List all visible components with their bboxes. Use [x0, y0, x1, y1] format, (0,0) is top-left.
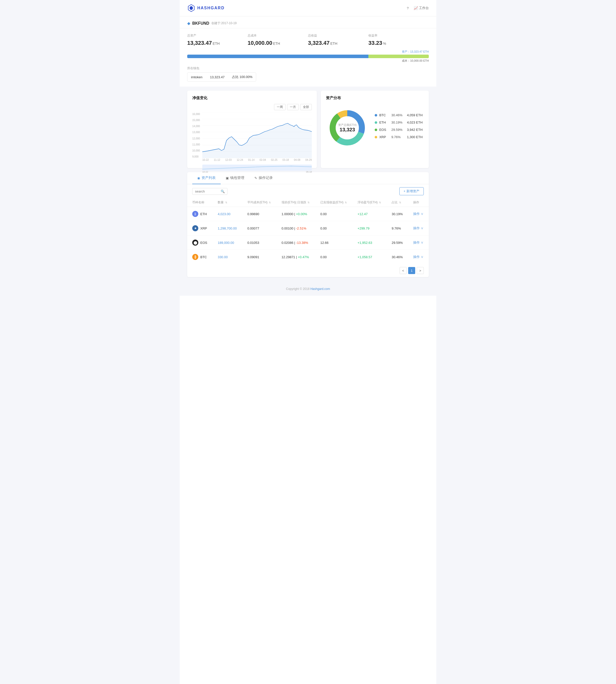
- legend-eth-xrp: 1,300 ETH: [407, 135, 422, 139]
- cell-share-3: 30.46%: [387, 250, 408, 264]
- help-button[interactable]: ?: [407, 6, 409, 10]
- week-button[interactable]: 一周: [274, 104, 286, 110]
- footer-text: Copyright © 2018: [286, 287, 310, 291]
- cell-coin-1: ✦ XRP: [187, 221, 213, 236]
- wallet-name: imtoken: [191, 75, 202, 79]
- prev-page-button[interactable]: <: [400, 267, 406, 274]
- col-share[interactable]: 占比 ⇅: [387, 198, 408, 207]
- coin-name-1: XRP: [200, 226, 207, 230]
- table-row: ✦ XRP 1,298,700.00 0.00077 0.00100 | -2.…: [187, 221, 429, 236]
- cost-progress-label[interactable]: 成本：10,000.00 ETH: [187, 59, 429, 63]
- fund-date: 创建于:2017-10-19: [212, 21, 237, 25]
- col-action: 操作: [408, 198, 429, 207]
- page-1-button[interactable]: 1: [408, 267, 415, 274]
- cell-float-3: +1,058.57: [353, 250, 387, 264]
- asset-dist-chart-card: 资产分布: [321, 91, 429, 168]
- col-coin-name: 币种名称: [187, 198, 213, 207]
- wallet-amount: 13,323.47: [210, 75, 225, 79]
- tab-operation-log-label: 操作记录: [259, 176, 273, 180]
- stat-total-assets-label: 总资产: [187, 34, 248, 38]
- col-float-profit[interactable]: 浮动盈亏(ETH) ⇅: [353, 198, 387, 207]
- table-tabs: ◉ 资产列表 ▣ 钱包管理 ✎ 操作记录: [187, 172, 429, 184]
- legend-dot-eos: [375, 129, 377, 131]
- cell-float-1: +299.79: [353, 221, 387, 236]
- coin-icon-xrp: ✦: [192, 225, 198, 231]
- action-button-3[interactable]: 操作 ∨: [413, 255, 424, 259]
- cell-realized-1: 0.00: [315, 221, 353, 236]
- search-input[interactable]: [195, 190, 219, 193]
- coin-name-0: ETH: [200, 212, 207, 216]
- col-realized[interactable]: 已实现收益(ETH) ⇅: [315, 198, 353, 207]
- tab-wallet-mgmt[interactable]: ▣ 钱包管理: [221, 172, 249, 184]
- cell-price-2: 0.02086 | -13.38%: [277, 236, 315, 250]
- legend-name-xrp: XRP: [379, 135, 389, 139]
- cell-share-1: 9.76%: [387, 221, 408, 236]
- float-profit-3: +1,058.57: [357, 255, 372, 259]
- legend-pct-eos: 29.59%: [391, 128, 405, 132]
- cell-avg-cost-2: 0.01053: [242, 236, 277, 250]
- wallet-section: 所在钱包 imtoken 13,323.47 占比 100.00%: [180, 63, 436, 87]
- cell-share-2: 29.59%: [387, 236, 408, 250]
- cell-qty-2: 189,000.00: [213, 236, 242, 250]
- qty-value-3[interactable]: 330.00: [218, 255, 228, 259]
- table-card: ◉ 资产列表 ▣ 钱包管理 ✎ 操作记录 🔍 + 新增资产: [187, 172, 429, 277]
- qty-value-1[interactable]: 1,298,700.00: [218, 226, 237, 230]
- action-button-1[interactable]: 操作 ∨: [413, 226, 424, 230]
- action-button-0[interactable]: 操作 ∨: [413, 212, 424, 216]
- stat-total-profit: 总收益 3,323.47ETH: [308, 34, 368, 46]
- add-asset-button[interactable]: + 新增资产: [399, 187, 424, 195]
- change-2: -13.38%: [296, 241, 308, 245]
- float-profit-1: +299.79: [357, 226, 369, 230]
- action-button-2[interactable]: 操作 ∨: [413, 240, 424, 245]
- col-price-change[interactable]: 现价(ETH)| 日涨跌 ⇅: [277, 198, 315, 207]
- progress-bar-green: [368, 54, 429, 58]
- footer-link[interactable]: Hashgard.com: [310, 287, 330, 291]
- chart-icon: 📈: [414, 6, 418, 10]
- legend-dot-xrp: [375, 136, 377, 138]
- progress-bar-blue: [187, 54, 368, 58]
- tab-asset-list[interactable]: ◉ 资产列表: [192, 172, 221, 184]
- wallet-percent: 占比 100.00%: [232, 75, 252, 79]
- logo-icon: [187, 4, 195, 12]
- wallet-section-label: 所在钱包: [187, 66, 429, 70]
- stat-total-profit-value: 3,323.47ETH: [308, 40, 368, 46]
- mini-chart-area[interactable]: [202, 164, 312, 171]
- next-page-button[interactable]: >: [417, 267, 424, 274]
- legend-pct-eth: 30.19%: [391, 120, 405, 124]
- charts-section: 净值变化 一周 一月 全部 16,000 15,000 14,000 13,00…: [180, 87, 436, 172]
- legend-dot-eth: [375, 121, 377, 124]
- col-qty[interactable]: 数量 ⇅: [213, 198, 242, 207]
- header: HASHGARD ? 📈 工作台: [180, 0, 436, 16]
- all-button[interactable]: 全部: [300, 104, 312, 110]
- coin-icon-btc: ₿: [192, 254, 198, 260]
- cell-coin-2: ⬤ EOS: [187, 236, 213, 250]
- search-box[interactable]: 🔍: [192, 188, 227, 195]
- asset-progress-label[interactable]: 资产：13,323.47 ETH: [187, 50, 429, 53]
- stat-return-rate: 收益率 33.23%: [368, 34, 429, 46]
- donut-container: 资产总额(ETH) 13,323 BTC 30.46% 4,059 ETH ET…: [326, 104, 424, 152]
- stat-total-cost: 总成本 10,000.00ETH: [248, 34, 308, 46]
- table-toolbar: 🔍 + 新增资产: [187, 184, 429, 198]
- col-avg-cost[interactable]: 平均成本(ETH) ⇅: [242, 198, 277, 207]
- footer: Copyright © 2018 Hashgard.com: [180, 282, 436, 296]
- qty-value-0[interactable]: 4,023.00: [218, 212, 230, 216]
- workbench-button[interactable]: 📈 工作台: [414, 6, 429, 10]
- wallet-row: imtoken 13,323.47 占比 100.00%: [187, 72, 256, 82]
- workbench-label: 工作台: [419, 6, 429, 10]
- cell-action-3: 操作 ∨: [408, 250, 429, 264]
- cell-share-0: 30.19%: [387, 207, 408, 221]
- legend-item-xrp: XRP 9.76% 1,300 ETH: [375, 135, 424, 139]
- donut-center-label: 资产总额(ETH) 13,323: [338, 123, 356, 133]
- fund-name: BKFUND: [192, 21, 210, 26]
- cell-realized-2: 12.66: [315, 236, 353, 250]
- month-button[interactable]: 一月: [287, 104, 299, 110]
- x-axis-labels: 10-22 11-12 12-03 12-24 01-14 02-04 02-2…: [202, 158, 312, 161]
- legend-item-eos: EOS 29.59% 3,942 ETH: [375, 128, 424, 132]
- cell-avg-cost-0: 0.99690: [242, 207, 277, 221]
- qty-value-2[interactable]: 189,000.00: [218, 241, 234, 245]
- fund-icon: ◆: [187, 21, 190, 26]
- coin-name-3: BTC: [200, 255, 207, 259]
- tab-operation-log[interactable]: ✎ 操作记录: [249, 172, 278, 184]
- legend-eth-eth: 4,023 ETH: [407, 120, 422, 124]
- tab-wallet-mgmt-label: 钱包管理: [230, 176, 244, 180]
